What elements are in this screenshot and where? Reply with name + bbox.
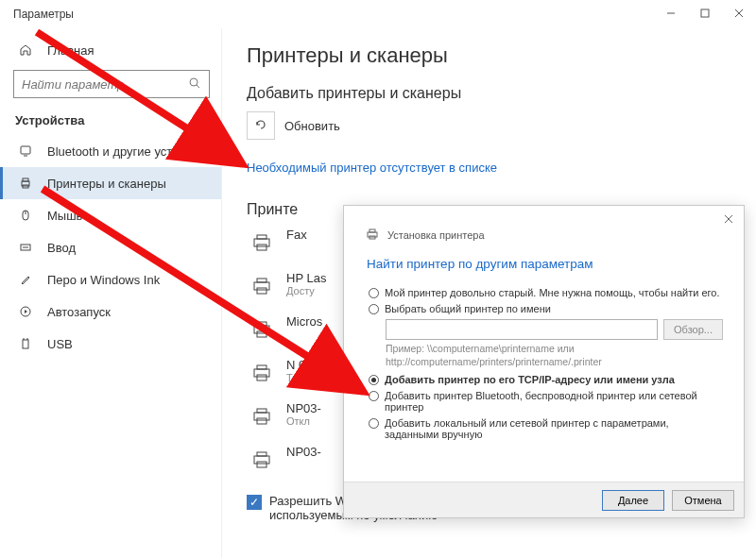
window-title: Параметры: [13, 8, 74, 21]
search-input[interactable]: [22, 77, 188, 92]
home-icon: [17, 43, 34, 57]
devices-icon: [17, 144, 34, 158]
radio-bluetooth[interactable]: Добавить принтер Bluetooth, беспроводной…: [369, 390, 723, 413]
nav-label: USB: [47, 337, 73, 351]
printer-icon: [247, 314, 277, 345]
printer-icon: [365, 227, 380, 244]
nav-home-label: Главная: [47, 43, 94, 58]
printer-name: N 03-: [286, 358, 317, 372]
nav-label: Ввод: [47, 241, 76, 255]
minimize-button[interactable]: [654, 0, 688, 26]
printer-name: NP03-: [286, 401, 321, 415]
title-bar: Параметры: [0, 0, 756, 28]
svg-rect-27: [257, 331, 266, 337]
printer-status: Досту: [286, 285, 326, 296]
svg-point-4: [190, 78, 198, 86]
svg-rect-29: [257, 365, 266, 369]
checkbox-checked-icon[interactable]: ✓: [247, 495, 262, 510]
svg-rect-20: [257, 235, 266, 239]
radio-tcpip[interactable]: Добавить принтер по его TCP/IP-адресу ил…: [369, 374, 723, 385]
printer-name: NP03-: [286, 445, 321, 459]
printer-icon: [17, 177, 34, 190]
nav-home[interactable]: Главная: [0, 34, 221, 66]
radio-local[interactable]: Добавить локальный или сетевой принтер с…: [369, 417, 723, 440]
nav-label: Принтеры и сканеры: [47, 177, 166, 191]
page-title: Принтеры и сканеры: [247, 43, 756, 68]
printer-status: Тоне: [286, 372, 317, 383]
search-input-wrap[interactable]: [13, 70, 210, 98]
nav-printers[interactable]: Принтеры и сканеры: [0, 167, 221, 199]
radio-label: Мой принтер довольно старый. Мне нужна п…: [385, 287, 719, 298]
dialog-title: Найти принтер по другим параметрам: [344, 249, 744, 282]
nav-typing[interactable]: Ввод: [0, 231, 221, 263]
autoplay-icon: [17, 305, 34, 318]
add-printer-dialog: Установка принтера Найти принтер по друг…: [343, 205, 745, 518]
svg-rect-19: [254, 239, 269, 246]
radio-icon: [369, 288, 379, 298]
radio-label: Добавить локальный или сетевой принтер с…: [385, 417, 723, 440]
dialog-header: Установка принтера: [344, 206, 744, 249]
svg-rect-23: [257, 279, 266, 282]
svg-rect-9: [23, 178, 28, 181]
add-section-title: Добавить принтеры и сканеры: [247, 85, 756, 102]
svg-rect-33: [257, 418, 266, 424]
nav-label: Автозапуск: [47, 305, 111, 319]
svg-rect-28: [254, 369, 269, 377]
svg-rect-36: [257, 462, 266, 467]
radio-icon: [369, 418, 379, 429]
radio-label: Выбрать общий принтер по имени: [385, 303, 551, 314]
radio-label: Добавить принтер Bluetooth, беспроводной…: [385, 390, 723, 413]
svg-rect-31: [254, 413, 269, 420]
svg-rect-34: [254, 456, 269, 464]
radio-old-printer[interactable]: Мой принтер довольно старый. Мне нужна п…: [369, 287, 723, 298]
radio-label: Добавить принтер по его TCP/IP-адресу ил…: [385, 374, 675, 385]
refresh-label: Обновить: [284, 119, 340, 133]
shared-printer-input[interactable]: [386, 319, 658, 340]
printer-icon: [247, 445, 277, 475]
nav-autoplay[interactable]: Автозапуск: [0, 296, 221, 328]
printer-icon: [247, 228, 277, 258]
nav-label: Bluetooth и другие устройства: [47, 144, 217, 159]
printer-status: Откл: [286, 415, 321, 427]
svg-rect-24: [257, 288, 266, 294]
nav-label: Мышь: [47, 209, 82, 223]
printer-name: HP Las: [286, 271, 326, 285]
search-icon: [188, 76, 201, 93]
svg-rect-35: [257, 452, 266, 456]
sidebar: Главная Устройства Bluetooth и другие ус…: [0, 28, 222, 558]
printer-icon: [247, 401, 277, 431]
printer-name: Fax: [286, 228, 307, 242]
next-button[interactable]: Далее: [602, 490, 664, 511]
nav-mouse[interactable]: Мышь: [0, 199, 221, 231]
usb-icon: [17, 337, 34, 350]
svg-rect-40: [369, 229, 375, 232]
pen-icon: [17, 273, 34, 286]
browse-button[interactable]: Обзор...: [663, 319, 723, 340]
dialog-close-button[interactable]: [719, 210, 738, 228]
radio-checked-icon: [369, 375, 379, 385]
radio-icon: [369, 304, 379, 314]
example-text: Пример: \\computername\printername или h…: [386, 342, 723, 368]
keyboard-icon: [17, 241, 34, 254]
printer-icon: [247, 271, 277, 301]
refresh-button[interactable]: [247, 111, 275, 140]
cancel-button[interactable]: Отмена: [672, 490, 734, 511]
missing-printer-link[interactable]: Необходимый принтер отсутствует в списке: [247, 161, 756, 175]
nav-label: Перо и Windows Ink: [47, 273, 160, 287]
dialog-header-text: Установка принтера: [387, 229, 485, 241]
maximize-button[interactable]: [688, 0, 722, 26]
refresh-icon: [253, 117, 268, 135]
nav-usb[interactable]: USB: [0, 328, 221, 360]
sidebar-section-header: Устройства: [0, 108, 221, 135]
radio-shared-printer[interactable]: Выбрать общий принтер по имени: [369, 303, 723, 314]
svg-line-5: [197, 85, 199, 88]
close-button[interactable]: [722, 0, 756, 26]
nav-bluetooth[interactable]: Bluetooth и другие устройства: [0, 135, 221, 167]
svg-rect-32: [257, 409, 266, 413]
printer-name: Micros: [286, 314, 322, 329]
svg-rect-25: [254, 326, 269, 333]
svg-rect-16: [23, 340, 28, 348]
nav-pen[interactable]: Перо и Windows Ink: [0, 263, 221, 296]
svg-rect-22: [254, 282, 269, 290]
printer-icon: [247, 358, 277, 388]
